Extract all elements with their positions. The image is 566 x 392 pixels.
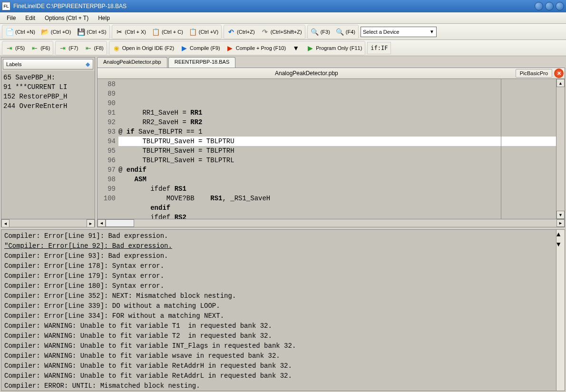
scroll-left-icon[interactable]: ◄ (1, 219, 10, 227)
diamond-icon: ◆ (86, 61, 90, 68)
close-file-button[interactable]: ✕ (554, 69, 564, 78)
search-icon: 🔍 (311, 28, 319, 36)
scroll-right-icon[interactable]: ► (87, 219, 95, 227)
uncomment-button-f8[interactable]: ⇤(F8) (82, 42, 106, 54)
menu-options[interactable]: Options (Ctrl + T) (40, 13, 93, 23)
scroll-down-icon[interactable]: ▼ (556, 240, 565, 250)
main-area: Labels ◆ 65 SavePBP_H:91 ***CURRENT LI15… (0, 56, 566, 228)
open-origi-ide-button[interactable]: ◉Open in Origi IDE (F2) (110, 42, 176, 54)
editor-tab[interactable]: REENTERPBP-18.BAS (168, 57, 236, 68)
code-line[interactable]: RR2_SaveH = RR2 (118, 118, 556, 127)
menu-help[interactable]: Help (93, 13, 115, 23)
cut-button[interactable]: ✂(Ctrl + X) (113, 26, 148, 38)
code-line[interactable]: endif (118, 203, 556, 213)
paste-icon: 📋 (189, 28, 197, 36)
output-line: Compiler: ERROR: UNTIL: Mismatched block… (4, 381, 562, 391)
output-line: "Compiler: Error[Line 92]: Bad expressio… (4, 241, 562, 251)
scroll-thumb[interactable] (106, 219, 134, 227)
menu-edit[interactable]: Edit (20, 13, 40, 23)
indent-left-button-f5[interactable]: ⇥(F5) (3, 42, 27, 54)
labels-panel: Labels ◆ 65 SavePBP_H:91 ***CURRENT LI15… (1, 57, 95, 227)
code-line[interactable]: RR1_SaveH = RR1 (118, 108, 556, 118)
output-line: Compiler: Error[Line 91]: Bad expression… (4, 231, 562, 241)
output-line: Compiler: Error[Line 93]: Bad expression… (4, 251, 562, 261)
scroll-up-icon[interactable]: ▲ (556, 79, 565, 87)
labels-item[interactable]: 65 SavePBP_H: (3, 73, 93, 82)
if-indicator: if:IF (367, 42, 391, 54)
close-icon: ✕ (557, 70, 561, 77)
labels-list[interactable]: 65 SavePBP_H:91 ***CURRENT LI152 Restore… (1, 71, 95, 219)
labels-header[interactable]: Labels ◆ (3, 59, 93, 69)
redo-button[interactable]: ↷(Ctrl+Shift+Z) (258, 26, 304, 38)
editor-tab[interactable]: AnalogPeakDetector.pbp (97, 57, 167, 68)
device-select-text: Select a Device (363, 29, 399, 35)
margin-line (501, 79, 501, 219)
code-line[interactable]: TBLPTRL_SaveH = TBLPTRL (118, 156, 556, 165)
compile-button[interactable]: ▶Compile (F9) (177, 42, 223, 54)
labels-item[interactable]: 152 RestorePBP_H (3, 92, 93, 101)
comment-button-f7[interactable]: ⇥(F7) (56, 42, 80, 54)
sun-icon: ◉ (112, 44, 121, 52)
dropdown-button[interactable]: ▼ (289, 42, 303, 54)
output-line: Compiler: WARNING: Unable to fit variabl… (4, 371, 562, 381)
code-line[interactable]: ASM (118, 175, 556, 184)
window-title: FineLineIDE C:\PBP\REENTERPBP-18.BAS (13, 3, 127, 10)
save-icon: 💾 (77, 28, 85, 36)
new-file-button[interactable]: 📄(Ctrl +N) (3, 26, 38, 38)
output-line: Compiler: Error[Line 334]: FOR without a… (4, 311, 562, 321)
editor-hscrollbar[interactable]: ◄ ► (97, 219, 565, 227)
output-vscrollbar[interactable]: ▲ ▼ (556, 230, 565, 391)
scroll-left-icon[interactable]: ◄ (98, 219, 106, 227)
scroll-up-icon[interactable]: ▲ (556, 230, 565, 240)
output-line: Compiler: WARNING: Unable to fit variabl… (4, 351, 562, 361)
editor-vscrollbar[interactable]: ▲ ▼ (556, 79, 565, 219)
language-button[interactable]: PicBasicPro (516, 69, 552, 78)
code-line[interactable]: TBLPTRH_SaveH = TBLPTRH (118, 146, 556, 156)
scroll-right-icon[interactable]: ► (556, 219, 565, 227)
indent-right-button-f6[interactable]: ⇤(F6) (28, 42, 52, 54)
minimize-button[interactable] (535, 2, 543, 10)
code-line[interactable]: TBLPTRU_SaveH = TBLPTRU (118, 137, 556, 146)
title-bar: FL FineLineIDE C:\PBP\REENTERPBP-18.BAS (0, 0, 566, 12)
toolbar-row-2: ⇥(F5) ⇤(F6) ⇥(F7) ⇤(F8) ◉Open in Origi I… (0, 40, 566, 56)
code-lines[interactable]: RR1_SaveH = RR1 RR2_SaveH = RR2@ if Save… (118, 79, 556, 219)
maximize-button[interactable] (545, 2, 554, 10)
paste-button[interactable]: 📋(Ctrl +V) (186, 26, 221, 38)
indent-icon: ⇥ (5, 44, 14, 52)
code-line[interactable]: MOVE?BB RS1, _RS1_SaveH (118, 194, 556, 203)
compiler-output[interactable]: Compiler: Error[Line 91]: Bad expression… (1, 229, 565, 391)
code-editor[interactable]: 888990919293949596979899100 RR1_SaveH = … (97, 79, 565, 219)
menu-bar: File Edit Options (Ctrl + T) Help (0, 12, 566, 24)
code-line[interactable]: @ if Save_TBLPTR == 1 (118, 127, 556, 137)
code-line[interactable]: @ endif (118, 165, 556, 175)
file-header: AnalogPeakDetector.pbp PicBasicPro ✕ (97, 68, 565, 79)
outdent-icon: ⇤ (84, 44, 93, 52)
labels-item[interactable]: 244 OverReEnterH (3, 101, 93, 111)
find-button[interactable]: 🔍(F3) (308, 26, 332, 38)
editor-panel: AnalogPeakDetector.pbpREENTERPBP-18.BAS … (97, 57, 565, 227)
copy-button[interactable]: 📋(Ctrl + C) (149, 26, 185, 38)
labels-hscrollbar[interactable]: ◄ ► (1, 219, 95, 227)
file-name: AnalogPeakDetector.pbp (98, 70, 516, 77)
code-line[interactable]: ifdef RS1 (118, 184, 556, 194)
scroll-down-icon[interactable]: ▼ (556, 211, 565, 219)
compile-prog-button[interactable]: ▶Compile + Prog (F10) (224, 42, 288, 54)
open-file-button[interactable]: 📂(Ctrl +O) (39, 26, 73, 38)
program-only-button[interactable]: ▶Program Only (F11) (303, 42, 364, 54)
labels-item[interactable]: 91 ***CURRENT LI (3, 82, 93, 92)
output-line: Compiler: Error[Line 180]: Syntax error. (4, 281, 562, 291)
indent-icon: ⇥ (59, 44, 67, 52)
copy-icon: 📋 (152, 28, 160, 36)
find-next-button[interactable]: 🔍(F4) (333, 26, 358, 38)
output-line: Compiler: WARNING: Unable to fit variabl… (4, 341, 562, 351)
close-window-button[interactable] (556, 2, 564, 10)
code-line[interactable]: ifdef RS2 (118, 213, 556, 219)
save-file-button[interactable]: 💾(Ctrl +S) (74, 26, 108, 38)
output-line: Compiler: WARNING: Unable to fit variabl… (4, 361, 562, 371)
redo-icon: ↷ (261, 28, 269, 36)
undo-button[interactable]: ↶(Ctrl+Z) (224, 26, 257, 38)
menu-file[interactable]: File (2, 13, 20, 23)
dropdown-arrow-icon: ▼ (429, 29, 434, 34)
device-select[interactable]: Select a Device ▼ (361, 27, 437, 37)
output-line: Compiler: Error[Line 178]: Syntax error. (4, 261, 562, 271)
